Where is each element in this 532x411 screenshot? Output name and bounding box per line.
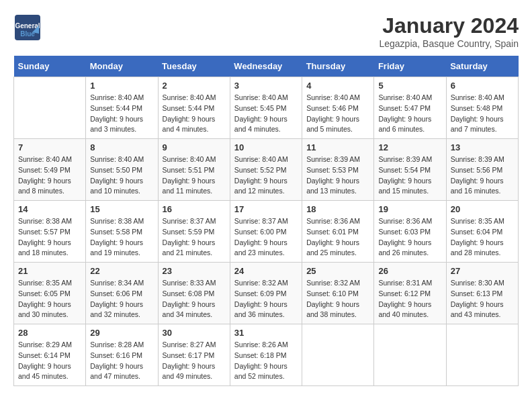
calendar-cell: 28Sunrise: 8:29 AMSunset: 6:14 PMDayligh… (14, 324, 86, 386)
calendar-cell: 10Sunrise: 8:40 AMSunset: 5:52 PMDayligh… (230, 139, 302, 201)
calendar-cell: 22Sunrise: 8:34 AMSunset: 6:06 PMDayligh… (86, 263, 158, 324)
logo: General Blue (13, 13, 44, 40)
day-number: 21 (18, 266, 81, 276)
day-number: 18 (306, 204, 369, 214)
day-number: 31 (234, 328, 298, 338)
day-number: 24 (234, 266, 298, 276)
cell-info: Sunrise: 8:40 AMSunset: 5:46 PMDaylight:… (306, 93, 360, 133)
cell-info: Sunrise: 8:28 AMSunset: 6:16 PMDaylight:… (90, 340, 144, 380)
calendar-cell: 17Sunrise: 8:37 AMSunset: 6:00 PMDayligh… (230, 201, 302, 263)
calendar-cell: 6Sunrise: 8:40 AMSunset: 5:48 PMDaylight… (446, 77, 518, 139)
header-day: Thursday (302, 56, 374, 77)
calendar-table: SundayMondayTuesdayWednesdayThursdayFrid… (13, 56, 519, 386)
cell-info: Sunrise: 8:37 AMSunset: 6:00 PMDaylight:… (234, 217, 288, 257)
day-number: 22 (90, 266, 153, 276)
calendar-cell: 16Sunrise: 8:37 AMSunset: 5:59 PMDayligh… (158, 201, 230, 263)
calendar-cell (374, 324, 446, 386)
cell-info: Sunrise: 8:36 AMSunset: 6:01 PMDaylight:… (306, 217, 360, 257)
calendar-cell: 29Sunrise: 8:28 AMSunset: 6:16 PMDayligh… (86, 324, 158, 386)
calendar-week-row: 14Sunrise: 8:38 AMSunset: 5:57 PMDayligh… (14, 201, 519, 263)
page-header: General Blue January 2024 Legazpia, Basq… (13, 13, 519, 49)
day-number: 11 (306, 142, 369, 152)
location-subtitle: Legazpia, Basque Country, Spain (379, 38, 519, 49)
cell-info: Sunrise: 8:35 AMSunset: 6:04 PMDaylight:… (451, 217, 504, 257)
cell-info: Sunrise: 8:35 AMSunset: 6:05 PMDaylight:… (18, 279, 72, 318)
day-number: 12 (378, 142, 441, 152)
cell-info: Sunrise: 8:38 AMSunset: 5:57 PMDaylight:… (18, 217, 72, 257)
calendar-cell: 27Sunrise: 8:30 AMSunset: 6:13 PMDayligh… (446, 263, 518, 324)
day-number: 4 (306, 81, 369, 91)
calendar-cell: 26Sunrise: 8:31 AMSunset: 6:12 PMDayligh… (374, 263, 446, 324)
day-number: 6 (451, 81, 514, 91)
day-number: 5 (378, 81, 441, 91)
calendar-week-row: 1Sunrise: 8:40 AMSunset: 5:44 PMDaylight… (14, 77, 519, 139)
calendar-cell: 11Sunrise: 8:39 AMSunset: 5:53 PMDayligh… (302, 139, 374, 201)
cell-info: Sunrise: 8:30 AMSunset: 6:13 PMDaylight:… (451, 279, 504, 318)
calendar-cell: 13Sunrise: 8:39 AMSunset: 5:56 PMDayligh… (446, 139, 518, 201)
cell-info: Sunrise: 8:40 AMSunset: 5:48 PMDaylight:… (451, 93, 504, 133)
day-number: 13 (451, 142, 514, 152)
day-number: 19 (378, 204, 441, 214)
calendar-cell: 23Sunrise: 8:33 AMSunset: 6:08 PMDayligh… (158, 263, 230, 324)
cell-info: Sunrise: 8:40 AMSunset: 5:51 PMDaylight:… (163, 155, 216, 195)
cell-info: Sunrise: 8:36 AMSunset: 6:03 PMDaylight:… (378, 217, 432, 257)
day-number: 9 (163, 142, 226, 152)
svg-text:Blue: Blue (20, 30, 35, 38)
calendar-cell (14, 77, 86, 139)
header-day: Tuesday (158, 56, 230, 77)
cell-info: Sunrise: 8:32 AMSunset: 6:10 PMDaylight:… (306, 279, 360, 318)
calendar-cell: 30Sunrise: 8:27 AMSunset: 6:17 PMDayligh… (158, 324, 230, 386)
header-day: Friday (374, 56, 446, 77)
calendar-cell: 25Sunrise: 8:32 AMSunset: 6:10 PMDayligh… (302, 263, 374, 324)
day-number: 30 (163, 328, 226, 338)
month-title: January 2024 (379, 13, 519, 38)
header-day: Sunday (14, 56, 86, 77)
calendar-cell: 3Sunrise: 8:40 AMSunset: 5:45 PMDaylight… (230, 77, 302, 139)
calendar-cell: 31Sunrise: 8:26 AMSunset: 6:18 PMDayligh… (230, 324, 302, 386)
title-section: January 2024 Legazpia, Basque Country, S… (379, 13, 519, 49)
cell-info: Sunrise: 8:31 AMSunset: 6:12 PMDaylight:… (378, 279, 432, 318)
day-number: 28 (18, 328, 81, 338)
calendar-cell: 15Sunrise: 8:38 AMSunset: 5:58 PMDayligh… (86, 201, 158, 263)
day-number: 25 (306, 266, 369, 276)
cell-info: Sunrise: 8:40 AMSunset: 5:50 PMDaylight:… (90, 155, 144, 195)
calendar-cell: 4Sunrise: 8:40 AMSunset: 5:46 PMDaylight… (302, 77, 374, 139)
cell-info: Sunrise: 8:39 AMSunset: 5:53 PMDaylight:… (306, 155, 360, 195)
day-number: 20 (451, 204, 514, 214)
day-number: 27 (451, 266, 514, 276)
day-number: 8 (90, 142, 153, 152)
day-number: 14 (18, 204, 81, 214)
calendar-cell: 2Sunrise: 8:40 AMSunset: 5:44 PMDaylight… (158, 77, 230, 139)
cell-info: Sunrise: 8:40 AMSunset: 5:52 PMDaylight:… (234, 155, 288, 195)
logo-icon: General Blue (13, 13, 40, 40)
cell-info: Sunrise: 8:38 AMSunset: 5:58 PMDaylight:… (90, 217, 144, 257)
cell-info: Sunrise: 8:33 AMSunset: 6:08 PMDaylight:… (163, 279, 216, 318)
calendar-cell: 8Sunrise: 8:40 AMSunset: 5:50 PMDaylight… (86, 139, 158, 201)
cell-info: Sunrise: 8:32 AMSunset: 6:09 PMDaylight:… (234, 279, 288, 318)
calendar-cell (446, 324, 518, 386)
calendar-cell (302, 324, 374, 386)
calendar-cell: 7Sunrise: 8:40 AMSunset: 5:49 PMDaylight… (14, 139, 86, 201)
cell-info: Sunrise: 8:34 AMSunset: 6:06 PMDaylight:… (90, 279, 144, 318)
calendar-cell: 1Sunrise: 8:40 AMSunset: 5:44 PMDaylight… (86, 77, 158, 139)
calendar-cell: 14Sunrise: 8:38 AMSunset: 5:57 PMDayligh… (14, 201, 86, 263)
calendar-cell: 21Sunrise: 8:35 AMSunset: 6:05 PMDayligh… (14, 263, 86, 324)
calendar-cell: 9Sunrise: 8:40 AMSunset: 5:51 PMDaylight… (158, 139, 230, 201)
cell-info: Sunrise: 8:29 AMSunset: 6:14 PMDaylight:… (18, 340, 72, 380)
header-row: SundayMondayTuesdayWednesdayThursdayFrid… (14, 56, 519, 77)
calendar-cell: 24Sunrise: 8:32 AMSunset: 6:09 PMDayligh… (230, 263, 302, 324)
calendar-cell: 12Sunrise: 8:39 AMSunset: 5:54 PMDayligh… (374, 139, 446, 201)
calendar-cell: 5Sunrise: 8:40 AMSunset: 5:47 PMDaylight… (374, 77, 446, 139)
cell-info: Sunrise: 8:40 AMSunset: 5:47 PMDaylight:… (378, 93, 432, 133)
cell-info: Sunrise: 8:39 AMSunset: 5:56 PMDaylight:… (451, 155, 504, 195)
cell-info: Sunrise: 8:40 AMSunset: 5:44 PMDaylight:… (163, 93, 216, 133)
calendar-week-row: 21Sunrise: 8:35 AMSunset: 6:05 PMDayligh… (14, 263, 519, 324)
calendar-week-row: 28Sunrise: 8:29 AMSunset: 6:14 PMDayligh… (14, 324, 519, 386)
cell-info: Sunrise: 8:40 AMSunset: 5:45 PMDaylight:… (234, 93, 288, 133)
day-number: 1 (90, 81, 153, 91)
header-day: Saturday (446, 56, 518, 77)
calendar-cell: 20Sunrise: 8:35 AMSunset: 6:04 PMDayligh… (446, 201, 518, 263)
cell-info: Sunrise: 8:27 AMSunset: 6:17 PMDaylight:… (163, 340, 216, 380)
header-day: Wednesday (230, 56, 302, 77)
cell-info: Sunrise: 8:40 AMSunset: 5:44 PMDaylight:… (90, 93, 144, 133)
